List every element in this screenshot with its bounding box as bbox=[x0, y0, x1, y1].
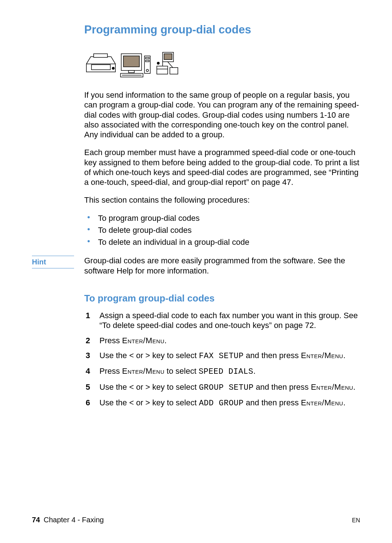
svg-rect-15 bbox=[157, 66, 168, 74]
step-text: and then press bbox=[244, 351, 301, 360]
key-enter-menu: Enter/Menu bbox=[122, 366, 164, 376]
footer-lang: EN bbox=[352, 517, 360, 524]
step-text: . bbox=[343, 351, 346, 360]
svg-rect-1 bbox=[91, 65, 110, 70]
step-item: Press Enter/Menu. bbox=[84, 336, 360, 345]
svg-rect-6 bbox=[128, 70, 134, 73]
steps-list: Assign a speed-dial code to each fax num… bbox=[84, 311, 360, 408]
intro-paragraph-1: If you send information to the same grou… bbox=[84, 90, 360, 139]
svg-rect-11 bbox=[146, 60, 149, 62]
lcd-text: GROUP SETUP bbox=[199, 383, 254, 392]
step-text: Use the < or > key to select bbox=[99, 398, 199, 407]
footer-left: 74Chapter 4 - Faxing bbox=[32, 516, 104, 524]
key-enter-menu: Enter/Menu bbox=[122, 336, 164, 345]
svg-rect-10 bbox=[146, 57, 149, 59]
page-number: 74 bbox=[32, 516, 40, 524]
content-column: If you send information to the same grou… bbox=[84, 50, 360, 408]
step-text: Press bbox=[99, 336, 122, 345]
chapter-label: Chapter 4 - Faxing bbox=[44, 516, 104, 524]
list-item: To program group-dial codes bbox=[84, 213, 360, 223]
svg-point-3 bbox=[112, 67, 114, 69]
svg-rect-5 bbox=[123, 56, 139, 67]
lcd-text: SPEED DIALS bbox=[199, 367, 253, 376]
svg-point-12 bbox=[146, 69, 148, 72]
step-item: Assign a speed-dial code to each fax num… bbox=[84, 311, 360, 331]
svg-rect-17 bbox=[170, 68, 178, 74]
step-text: Press bbox=[99, 366, 122, 376]
step-item: Use the < or > key to select GROUP SETUP… bbox=[84, 382, 360, 393]
hint-block: Hint Group-dial codes are more easily pr… bbox=[84, 256, 360, 276]
step-item: Use the < or > key to select FAX SETUP a… bbox=[84, 350, 360, 361]
step-text: . bbox=[353, 382, 355, 392]
lcd-text: ADD GROUP bbox=[199, 399, 244, 408]
hint-text: Group-dial codes are more easily program… bbox=[84, 256, 360, 276]
step-text: Assign a speed-dial code to each fax num… bbox=[99, 311, 358, 330]
step-text: . bbox=[253, 366, 256, 376]
svg-rect-0 bbox=[94, 54, 107, 57]
svg-point-18 bbox=[157, 62, 159, 64]
list-item: To delete group-dial codes bbox=[84, 225, 360, 235]
step-text: and then press bbox=[254, 382, 311, 392]
step-text: and then press bbox=[244, 398, 301, 407]
step-item: Use the < or > key to select ADD GROUP a… bbox=[84, 398, 360, 408]
key-enter-menu: Enter/Menu bbox=[301, 398, 343, 407]
key-enter-menu: Enter/Menu bbox=[301, 351, 343, 360]
lcd-text: FAX SETUP bbox=[199, 352, 244, 361]
page-footer: 74Chapter 4 - Faxing EN bbox=[32, 516, 360, 524]
intro-paragraph-2: Each group member must have a programmed… bbox=[84, 147, 360, 187]
list-item: To delete an individual in a group-dial … bbox=[84, 237, 360, 247]
procedures-lead: This section contains the following proc… bbox=[84, 195, 360, 205]
step-text: Use the < or > key to select bbox=[99, 382, 199, 392]
key-enter-menu: Enter/Menu bbox=[311, 382, 353, 392]
hint-label: Hint bbox=[32, 256, 74, 268]
step-text: . bbox=[164, 336, 167, 345]
svg-rect-14 bbox=[164, 54, 172, 60]
section-heading: To program group-dial codes bbox=[84, 292, 360, 304]
procedure-list: To program group-dial codes To delete gr… bbox=[84, 213, 360, 247]
device-illustration bbox=[84, 50, 360, 78]
step-text: . bbox=[343, 398, 346, 407]
page-title: Programming group-dial codes bbox=[84, 23, 360, 36]
step-text: to select bbox=[164, 366, 199, 376]
page: Programming group-dial codes bbox=[0, 0, 392, 543]
step-text: Use the < or > key to select bbox=[99, 351, 199, 360]
step-item: Press Enter/Menu to select SPEED DIALS. bbox=[84, 366, 360, 377]
